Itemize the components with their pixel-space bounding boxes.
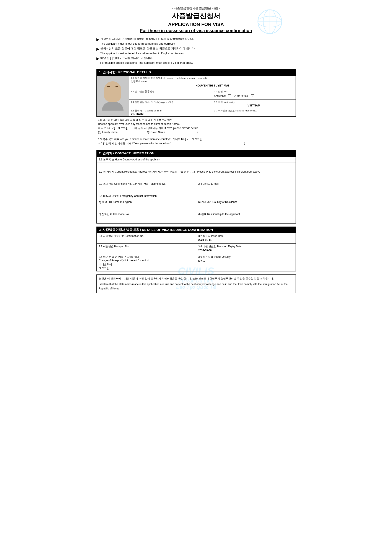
field-1-1-value: NGUYEN THI TUYET MAI xyxy=(131,83,294,88)
field-3-3: 3.3 여권번호 Passport No. xyxy=(97,244,196,254)
field-3-2-value: 2024-11-11 xyxy=(198,238,293,241)
sex-male-label: 남성/Male xyxy=(214,94,225,98)
field-1-2-3-row: 1.2 한자성명 韓字姓名 1.3 성별 Sex 남성/Male 여성/Fema… xyxy=(129,89,296,100)
section-3: 3. 사증발급인정서 발급내용 / DETAILS OF VISA ISSUAN… xyxy=(96,226,296,271)
field-1-5-label: 1.5 국적 Nationality xyxy=(214,101,294,104)
personal-details-grid: 1.1 여권에 기재된 영문 성명/Full name in English(a… xyxy=(96,76,296,117)
field-1-4: 1.4 생년월일 Date Of Birth(yyyy/mm/dd) xyxy=(129,100,213,108)
field-1-8-family-given: (성 Family Name , 명 Given Name ) xyxy=(98,130,294,134)
field-3-3-4-row: 3.3 여권번호 Passport No. 3.4 여권 만료일 Passpor… xyxy=(97,244,296,254)
section-2: 2. 연락처 / CONTACT INFORMATION 2.1 본국 주소 H… xyxy=(96,150,296,224)
field-3-6: 3.6 체류자격 Status Of Stay D-4-1 xyxy=(196,254,296,271)
section-3-body: 3.1 사증발급인정번호 Confirmation No. 3.2 발급일 Is… xyxy=(96,233,296,271)
sex-female-label: 여성/Female xyxy=(234,94,248,98)
personal-fields: 1.1 여권에 기재된 영문 성명/Full name in English(a… xyxy=(129,76,296,117)
field-3-6-value: D-4-1 xyxy=(198,259,293,262)
field-1-4-5-row: 1.4 생년월일 Date Of Birth(yyyy/mm/dd) 1.5 국… xyxy=(129,100,296,108)
emergency-c: c) 전화번호 Telephone No. xyxy=(97,211,196,217)
field-3-4-label: 3.4 여권 만료일 Passport Expiry Date xyxy=(198,245,293,248)
field-3-1-label: 3.1 사증발급인정번호 Confirmation No. xyxy=(99,234,194,238)
emergency-cd-value-row xyxy=(97,217,296,223)
emergency-b-label: b) 거주국가 Country of Residence xyxy=(198,201,238,204)
emergency-cd-row: c) 전화번호 Telephone No. d) 관계 Relationship… xyxy=(97,211,296,217)
field-1-6-value: VIETNAM xyxy=(131,112,211,116)
field-1-8-english: Has the applicant ever used any other na… xyxy=(98,122,294,126)
field-2-3: 2.3 휴대전화 Cell Phone No. 또는 일반전화 Telephon… xyxy=(97,181,196,187)
field-1-5-value: VIETNAM xyxy=(214,104,294,107)
field-3-5-6-row: 3.5 여권 변경 여부(최근 3개월 이내) Change of Passpo… xyxy=(97,254,296,271)
field-1-5: 1.5 국적 Nationality VIETNAM xyxy=(212,100,296,108)
field-1-8-korean: 1.8 이전에 한국에 출입국하였을 때 다른 성명을 사용했는지 여부 xyxy=(98,118,294,122)
field-1-9-text: 1.9 복수 국적 여부 Are you a citizen of more t… xyxy=(98,137,294,141)
instruction-2-english: The applicant must write in block letter… xyxy=(100,51,196,56)
field-2-2: 2.2 현 거주지 Current Residential Address *현… xyxy=(97,169,296,175)
field-2-5-label: 2.5 비상시 연락처 Emergency Contact Informatio… xyxy=(99,194,157,197)
applicant-photo xyxy=(97,76,129,117)
emergency-ab-row: a) 성명 Full Name In English b) 거주국가 Count… xyxy=(97,199,296,205)
field-2-1-value-row xyxy=(97,163,296,169)
instruction-1-english: The applicant must fill out this form co… xyxy=(100,41,194,46)
sex-options: 남성/Male 여성/Female ✓ xyxy=(214,93,294,99)
field-3-5-no: 아니요 No [ ] xyxy=(99,263,194,266)
field-1-6: 1.6 출생국가 Country of Birth VIETNAM xyxy=(129,108,213,117)
instructions-block: ▶ 신청인은 사실에 근거하여 빠짐없이 정확하게 신청서를 작성하여야 합니다… xyxy=(96,37,296,66)
section-3-title: 3. 사증발급인정서 발급내용 / DETAILS OF VISA ISSUAN… xyxy=(96,226,296,233)
instruction-2-korean: 신청서상의 모든 질문에 대한 답변은 한글 또는 영문으로 기재하여야 합니다… xyxy=(100,46,196,51)
header-main-english: APPLICATION FOR VISA xyxy=(96,22,296,27)
field-1-6-label: 1.6 출생국가 Country of Birth xyxy=(131,109,211,112)
field-3-6-label: 3.6 체류자격 Status Of Stay xyxy=(198,255,293,259)
section-2-title: 2. 연락처 / CONTACT INFORMATION xyxy=(96,150,296,157)
declaration-korean: 본인은 이 신청서에 기재된 내용이 거짓 없이 정확하게 작성되었음을 확인합… xyxy=(99,277,293,281)
field-3-5-yes: 예 Yes [ ] xyxy=(99,266,194,270)
field-1-6-7-row: 1.6 출생국가 Country of Birth VIETNAM 1.7 국가… xyxy=(129,108,296,117)
field-3-1-2-row: 3.1 사증발급인정번호 Confirmation No. 3.2 발급일 Is… xyxy=(97,233,296,244)
field-1-9: 1.9 복수 국적 여부 Are you a citizen of more t… xyxy=(96,136,296,147)
instruction-3-korean: 해당 칸 [ ] 안에 √ 표시를 하시기 바랍니다. xyxy=(100,56,193,60)
emergency-d: d) 관계 Relationship to the applicant xyxy=(196,211,296,217)
field-3-2: 3.2 발급일 Issue Date 2024-11-11 xyxy=(196,233,296,243)
header-main-korean: 사증발급신청서 xyxy=(96,11,296,21)
emergency-b: b) 거주국가 Country of Residence xyxy=(196,199,296,205)
emergency-ab-value-row xyxy=(97,205,296,211)
field-1-4-label: 1.4 생년월일 Date Of Birth(yyyy/mm/dd) xyxy=(131,101,211,104)
field-3-3-value xyxy=(99,248,194,253)
field-3-1: 3.1 사증발급인정번호 Confirmation No. xyxy=(97,233,196,243)
field-1-3: 1.3 성별 Sex 남성/Male 여성/Female ✓ xyxy=(212,89,296,100)
field-2-1: 2.1 본국 주소 Home Country Address of the ap… xyxy=(97,157,296,163)
emergency-a-label: a) 성명 Full Name In English xyxy=(99,201,132,204)
field-1-1-row: 1.1 여권에 기재된 영문 성명/Full name in English(a… xyxy=(129,76,296,89)
field-1-9-detail: → '예' 선택 시 상세내용 기재 If 'Yes' please write… xyxy=(98,142,294,146)
field-2-4: 2.4 이메일 E-mail xyxy=(196,181,296,187)
field-2-3-4-row: 2.3 휴대전화 Cell Phone No. 또는 일반전화 Telephon… xyxy=(97,181,296,187)
field-1-3-label: 1.3 성별 Sex xyxy=(214,90,294,93)
emergency-d-label: d) 관계 Relationship to the applicant xyxy=(198,213,240,216)
field-3-4-value: 2034-09-06 xyxy=(198,248,293,252)
field-1-2: 1.2 한자성명 韓字姓名 xyxy=(129,89,213,100)
field-2-1-label: 2.1 본국 주소 Home Country Address of the ap… xyxy=(99,158,160,161)
declaration-block: 본인은 이 신청서에 기재된 내용이 거짓 없이 정확하게 작성되었음을 확인합… xyxy=(96,274,296,293)
field-1-1-label: 1.1 여권에 기재된 영문 성명/Full name in English(a… xyxy=(131,77,207,80)
sex-male-checkbox[interactable] xyxy=(228,94,231,97)
section-2-body: 2.1 본국 주소 Home Country Address of the ap… xyxy=(96,157,296,224)
instruction-1-korean: 신청인은 사실에 근거하여 빠짐없이 정확하게 신청서를 작성하여야 합니다. xyxy=(100,37,194,41)
header-subtitle: For those in possession of visa issuance… xyxy=(96,28,296,33)
sex-female-checkbox[interactable]: ✓ xyxy=(251,94,254,97)
field-3-5-label: 3.5 여권 변경 여부(최근 3개월 이내) Change of Passpo… xyxy=(99,255,194,262)
field-1-7-label: 1.7 국가신분증번호 National Identity No. xyxy=(214,109,294,112)
field-3-2-label: 3.2 발급일 Issue Date xyxy=(198,234,293,238)
field-1-7: 1.7 국가신분증번호 National Identity No. xyxy=(212,108,296,117)
field-1-8: 1.8 이전에 한국에 출입국하였을 때 다른 성명을 사용했는지 여부 Has… xyxy=(96,117,296,136)
field-2-3-label: 2.3 휴대전화 Cell Phone No. 또는 일반전화 Telephon… xyxy=(99,182,166,185)
instruction-3-english: For multiple-choice questions, The appli… xyxy=(100,60,193,65)
field-2-5: 2.5 비상시 연락처 Emergency Contact Informatio… xyxy=(97,193,296,199)
emergency-a: a) 성명 Full Name In English xyxy=(97,199,196,205)
section-1-title: 1. 인적사항 / PERSONAL DETAILS xyxy=(96,69,296,76)
field-3-5-options: 아니요 No [ ] 예 Yes [ ] xyxy=(99,262,194,270)
field-3-5: 3.5 여권 변경 여부(최근 3개월 이내) Change of Passpo… xyxy=(97,254,196,271)
field-2-2-value-row xyxy=(97,175,296,181)
field-2-4-label: 2.4 이메일 E-mail xyxy=(198,182,218,185)
header-top: - 사증발급인정서를 발급받은 사람 - xyxy=(96,7,296,10)
emergency-c-label: c) 전화번호 Telephone No. xyxy=(99,213,130,216)
field-1-8-options: 아니요 No [ √ ] 예 Yes [ ] → '예' 선택 시 상세내용 기… xyxy=(98,126,294,130)
field-3-3-label: 3.3 여권번호 Passport No. xyxy=(99,245,194,248)
